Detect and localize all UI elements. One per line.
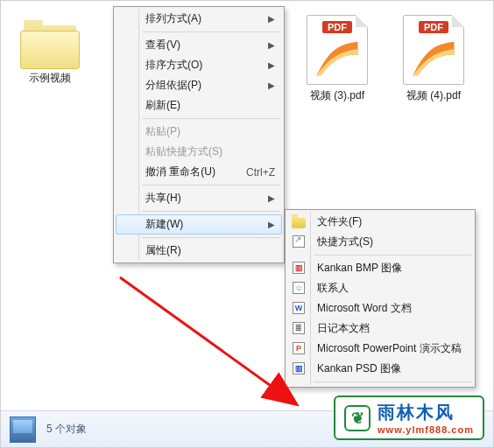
pdf-icon: PDF <box>403 15 464 85</box>
bmp-icon: ▥ <box>292 261 306 275</box>
watermark: ❦ 雨林木风 www.ylmf888.com <box>334 396 484 440</box>
submenu-word[interactable]: W Microsoft Word 文档 <box>287 298 473 318</box>
watermark-logo-icon: ❦ <box>344 405 370 431</box>
submenu-bmp[interactable]: ▥ Kankan BMP 图像 <box>287 258 473 278</box>
menu-view[interactable]: 查看(V)▶ <box>116 35 282 55</box>
context-submenu-new: 文件夹(F) 快捷方式(S) ▥ Kankan BMP 图像 ☺ 联系人 W M… <box>285 209 476 388</box>
menu-arrange[interactable]: 排列方式(A)▶ <box>116 9 282 29</box>
menu-undo-rename[interactable]: 撤消 重命名(U)Ctrl+Z <box>116 162 282 182</box>
submenu-folder[interactable]: 文件夹(F) <box>287 212 473 232</box>
menu-new[interactable]: 新建(W)▶ <box>116 214 282 234</box>
contact-icon: ☺ <box>292 281 306 295</box>
submenu-journal[interactable]: ≣ 日记本文档 <box>287 318 473 339</box>
shortcut-icon <box>292 234 306 248</box>
folder-icon <box>292 214 306 228</box>
context-menu: 排列方式(A)▶ 查看(V)▶ 排序方式(O)▶ 分组依据(P)▶ 刷新(E) … <box>113 6 285 263</box>
journal-icon: ≣ <box>292 321 306 335</box>
submenu-shortcut[interactable]: 快捷方式(S) <box>287 232 473 252</box>
psd-icon: ▥ <box>292 361 306 375</box>
submenu-psd[interactable]: ▥ Kankan PSD 图像 <box>287 359 473 379</box>
menu-refresh[interactable]: 刷新(E) <box>116 95 282 116</box>
file-pdf-2[interactable]: PDF 视频 (4).pdf <box>390 15 477 103</box>
folder-item[interactable]: 示例视频 <box>6 18 94 86</box>
pdf-icon: PDF <box>307 15 368 85</box>
watermark-title: 雨林木风 <box>378 401 474 424</box>
status-text: 5 个对象 <box>46 422 87 437</box>
file-label: 视频 (4).pdf <box>390 88 477 103</box>
file-pdf-1[interactable]: PDF 视频 (3).pdf <box>293 15 381 103</box>
menu-properties[interactable]: 属性(R) <box>116 241 282 261</box>
folder-icon <box>20 18 80 67</box>
menu-share[interactable]: 共享(H)▶ <box>116 188 282 208</box>
ppt-icon: P <box>292 341 306 355</box>
word-icon: W <box>292 301 306 315</box>
submenu-contact[interactable]: ☺ 联系人 <box>287 278 473 298</box>
status-thumbnail-icon <box>10 416 36 443</box>
menu-paste-shortcut: 粘贴快捷方式(S) <box>116 142 282 162</box>
menu-paste: 粘贴(P) <box>116 122 282 142</box>
file-label: 视频 (3).pdf <box>293 88 381 103</box>
folder-label: 示例视频 <box>6 71 94 86</box>
menu-sort[interactable]: 排序方式(O)▶ <box>116 55 282 75</box>
watermark-url: www.ylmf888.com <box>378 424 474 435</box>
submenu-ppt[interactable]: P Microsoft PowerPoint 演示文稿 <box>287 339 473 359</box>
menu-group[interactable]: 分组依据(P)▶ <box>116 75 282 95</box>
svg-line-0 <box>120 277 295 403</box>
